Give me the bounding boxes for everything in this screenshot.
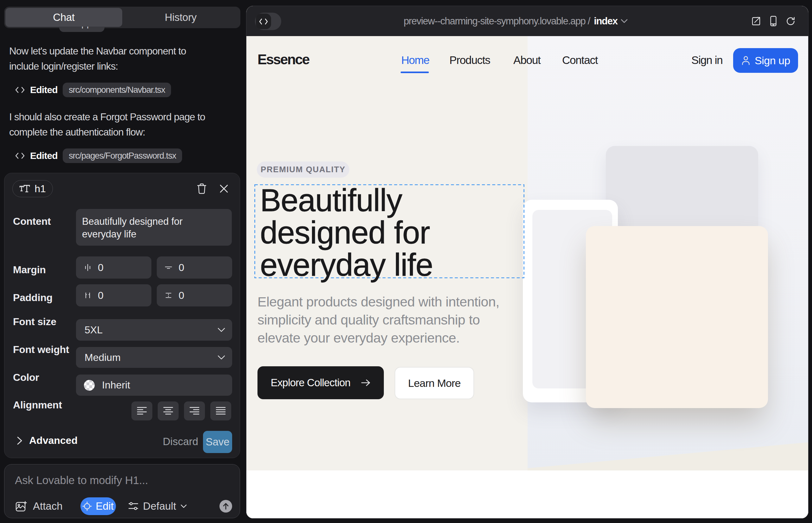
align-justify-button[interactable] [210,401,231,420]
tab-history[interactable]: History [122,8,239,27]
attach-button[interactable]: Attach [16,500,63,512]
edited-file-row: Edited src/pages/ForgotPassword.tsx [15,148,182,163]
nav-about[interactable]: About [513,54,540,66]
hero-badge: PREMIUM QUALITY [257,161,349,178]
margin-x-field[interactable] [76,256,152,278]
nav-products[interactable]: Products [449,54,490,66]
font-weight-label: Font weight [13,344,69,356]
nav-active-underline [401,72,429,73]
file-badge[interactable]: src/pages/ForgotPassword.tsx [63,148,182,163]
site-logo[interactable]: Essence [258,53,309,67]
content-textarea[interactable]: Beautifully designed for everyday life [76,209,232,246]
chevron-down-icon [217,355,225,360]
element-tag-name: h1 [35,183,46,195]
file-badge[interactable]: src/components/Navbar.tsx [63,83,171,97]
attach-image-icon [16,501,27,511]
alignment-label: Alignment [13,399,62,411]
signin-link[interactable]: Sign in [691,54,723,66]
padding-y-field[interactable] [157,284,232,306]
hero-paragraph: Elegant products designed with intention… [258,293,499,347]
delete-element-button[interactable] [195,181,208,196]
sliders-icon [128,502,139,511]
nav-contact[interactable]: Contact [562,54,598,66]
hero-heading: Beautifully designed for everyday life [260,184,433,281]
decor-rect-cream [586,226,768,408]
chevron-down-icon [621,19,628,23]
learn-more-button[interactable]: Learn More [394,367,474,399]
open-in-new-tab-icon[interactable] [752,17,760,25]
site-preview: Essence Home Products About Contact Sign… [246,36,809,519]
scrolled-badge-fragment: pp [59,26,105,32]
content-label: Content [13,216,51,227]
padding-x-input[interactable] [98,290,136,301]
chat-sidebar: Chat History pp Now let's update the Nav… [0,0,246,523]
margin-y-field[interactable] [157,256,232,278]
close-panel-button[interactable] [217,182,230,195]
nav-home[interactable]: Home [401,54,429,66]
margin-x-input[interactable] [98,262,136,273]
explore-collection-button[interactable]: Explore Collection [258,366,384,399]
align-right-button[interactable] [184,401,205,420]
font-size-label: Font size [13,316,56,328]
selected-h1-outline[interactable]: Beautifully designed for everyday life [254,184,525,278]
padding-y-input[interactable] [179,290,217,301]
align-center-button[interactable] [158,401,179,420]
save-button[interactable]: Save [203,431,232,453]
signup-button[interactable]: Sign up [733,48,798,73]
padding-horizontal-icon [84,292,91,299]
preview-url[interactable]: preview--charming-site-symphony.lovable.… [246,6,796,36]
crosshair-icon [82,502,92,511]
code-icon [15,152,25,160]
padding-label: Padding [13,292,53,304]
color-swatch [84,380,95,391]
margin-y-input[interactable] [179,262,217,273]
preview-toolbar: preview--charming-site-symphony.lovable.… [246,6,808,36]
chat-history-tabs: Chat History [4,7,240,28]
type-icon [19,184,30,193]
composer-input[interactable]: Ask Lovable to modify H1... [15,474,148,487]
margin-horizontal-icon [84,264,91,271]
assistant-message: I should also create a Forgot Password p… [9,109,205,140]
color-field[interactable]: Inherit [76,375,232,396]
font-weight-select[interactable]: Medium [76,347,232,368]
composer-toolbar: Attach Edit Default [4,497,240,515]
discard-button[interactable]: Discard [163,436,198,448]
advanced-toggle[interactable]: Advanced [17,435,77,446]
chevron-down-icon [180,504,187,508]
code-icon [15,86,25,94]
padding-x-field[interactable] [76,284,152,306]
chat-composer: Ask Lovable to modify H1... Attach Edit … [4,464,240,518]
edited-label: Edited [30,85,58,95]
align-left-button[interactable] [131,401,152,420]
send-button[interactable] [219,500,232,512]
user-icon [741,55,751,66]
element-tag-pill: h1 [12,180,53,197]
next-section-bg [246,470,809,519]
preview-window: preview--charming-site-symphony.lovable.… [246,6,809,519]
font-size-select[interactable]: 5XL [76,319,232,341]
margin-label: Margin [13,264,46,276]
mobile-view-icon[interactable] [770,16,777,26]
refresh-icon[interactable] [786,17,795,26]
arrow-right-icon [361,379,371,386]
mode-selector[interactable]: Default [128,500,187,512]
chevron-down-icon [217,328,225,332]
chevron-right-icon [17,437,22,445]
edit-mode-pill[interactable]: Edit [81,497,116,515]
element-editor-panel: h1 Content Beautifully designed for ever… [4,173,240,458]
edited-label: Edited [30,150,58,161]
color-label: Color [13,372,39,383]
padding-vertical-icon [165,292,172,299]
diagonal-decor [528,442,809,470]
edited-file-row: Edited src/components/Navbar.tsx [15,83,171,97]
tab-chat[interactable]: Chat [5,8,122,27]
margin-vertical-icon [165,264,172,271]
assistant-message: Now let's update the Navbar component to… [9,43,186,74]
